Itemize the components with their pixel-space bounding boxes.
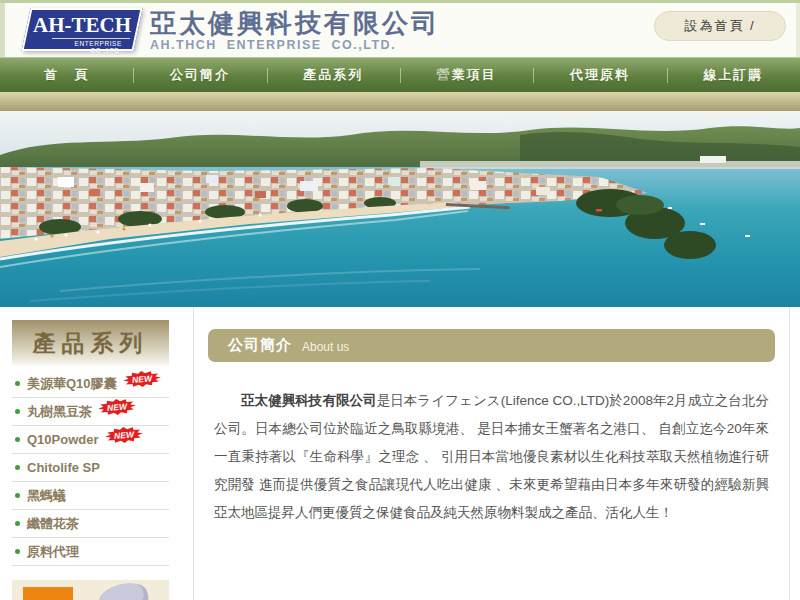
sidebar: 產品系列 美源華Q10膠囊 NEW — [0, 307, 193, 600]
main-nav: 首 頁 公司簡介 產品系列 營業項目 代理原料 線上訂購 — [0, 57, 800, 92]
bullet-icon — [15, 381, 20, 386]
bullet-icon — [15, 549, 20, 554]
logo-wordmark: AH-TECH — [28, 13, 136, 37]
content-area: 產品系列 美源華Q10膠囊 NEW — [0, 307, 800, 600]
sidebar-product-label: 美源華Q10膠囊 — [27, 375, 117, 393]
starburst-icon: NEW — [103, 424, 144, 445]
sidebar-product-label: Chitolife SP — [27, 460, 100, 475]
sidebar-title: 產品系列 — [12, 320, 169, 367]
nav-item-label: 公司簡介 — [170, 66, 230, 84]
about-body-text: 是日本ライフェンス(Lifence CO.,LTD)於2008年2月成立之台北分… — [214, 393, 769, 520]
sidebar-product-link[interactable]: 美源華Q10膠囊 NEW — [12, 370, 169, 398]
sidebar-product-banner[interactable] — [12, 580, 169, 600]
bullet-icon — [15, 493, 20, 498]
sidebar-product-link[interactable]: 纖體花茶 NEW — [12, 510, 169, 538]
banner — [0, 111, 800, 307]
nav-item-label: 首 頁 — [44, 66, 89, 84]
bullet-icon — [15, 437, 20, 442]
new-badge: NEW — [122, 370, 162, 392]
product-thumb-orange — [23, 587, 73, 600]
sidebar-product-link[interactable]: 丸樹黑豆茶 NEW — [12, 398, 169, 426]
set-homepage-button[interactable]: 設為首頁 / — [654, 11, 786, 41]
nav-item[interactable]: 首 頁 — [0, 58, 133, 92]
sidebar-product-label: 纖體花茶 — [27, 515, 79, 533]
company-logo: AH-TECH ENTERPRISE CO.,LTD. — [21, 8, 142, 51]
bullet-icon — [15, 409, 20, 414]
new-badge: NEW — [97, 398, 137, 420]
bullet-icon — [15, 465, 20, 470]
sidebar-product-label: 丸樹黑豆茶 — [27, 403, 92, 421]
company-title: 亞太健興科技有限公司 AH.THCH ENTERPRISE CO.,LTD. — [150, 8, 440, 52]
starburst-icon: NEW — [96, 396, 137, 417]
company-name-zh: 亞太健興科技有限公司 — [150, 8, 440, 38]
new-badge-label: NEW — [131, 373, 153, 385]
about-lead-company-name: 亞太健興科技有限公司 — [241, 393, 377, 408]
page: AH-TECH ENTERPRISE CO.,LTD. 亞太健興科技有限公司 A… — [0, 0, 800, 600]
sidebar-product-label: Q10Powder — [27, 432, 99, 447]
sidebar-product-link[interactable]: 原料代理 NEW — [12, 538, 169, 566]
seaside-banner-image — [0, 111, 800, 307]
nav-item[interactable]: 營業項目 — [400, 58, 533, 92]
sidebar-product-label: 原料代理 — [27, 543, 79, 561]
nav-item[interactable]: 產品系列 — [267, 58, 400, 92]
company-logo-inner: AH-TECH ENTERPRISE CO.,LTD. — [28, 10, 136, 49]
sidebar-product-link[interactable]: 黑螞蟻 NEW — [12, 482, 169, 510]
nav-item-label: 代理原料 — [570, 66, 630, 84]
nav-item[interactable]: 代理原料 — [533, 58, 666, 92]
starburst-icon: NEW — [121, 368, 162, 389]
main-panel: 公司簡介 About us 亞太健興科技有限公司是日本ライフェンス(Lifenc… — [193, 307, 790, 600]
product-thumb-bottle — [95, 578, 150, 600]
bullet-icon — [15, 521, 20, 526]
about-paragraph: 亞太健興科技有限公司是日本ライフェンス(Lifence CO.,LTD)於200… — [214, 387, 769, 527]
decorative-band — [0, 92, 800, 111]
section-title: 公司簡介 — [228, 336, 292, 355]
company-name-en: AH.THCH ENTERPRISE CO.,LTD. — [150, 38, 440, 52]
logo-subtext: ENTERPRISE CO.,LTD. — [52, 38, 130, 54]
sidebar-product-label: 黑螞蟻 — [27, 487, 66, 505]
nav-item[interactable]: 線上訂購 — [667, 58, 800, 92]
new-badge-label: NEW — [113, 429, 135, 441]
section-subtitle: About us — [302, 338, 349, 354]
sidebar-product-link[interactable]: Chitolife SP NEW — [12, 454, 169, 482]
section-header: 公司簡介 About us — [208, 329, 775, 362]
new-badge: NEW — [104, 426, 144, 448]
sidebar-product-list: 美源華Q10膠囊 NEW 丸樹黑豆茶 — [12, 370, 169, 566]
new-badge-label: NEW — [107, 401, 129, 413]
nav-item-label: 營業項目 — [437, 66, 497, 84]
sidebar-product-link[interactable]: Q10Powder NEW — [12, 426, 169, 454]
nav-item[interactable]: 公司簡介 — [133, 58, 266, 92]
nav-item-label: 線上訂購 — [703, 66, 763, 84]
header: AH-TECH ENTERPRISE CO.,LTD. 亞太健興科技有限公司 A… — [0, 3, 800, 57]
nav-item-label: 產品系列 — [303, 66, 363, 84]
